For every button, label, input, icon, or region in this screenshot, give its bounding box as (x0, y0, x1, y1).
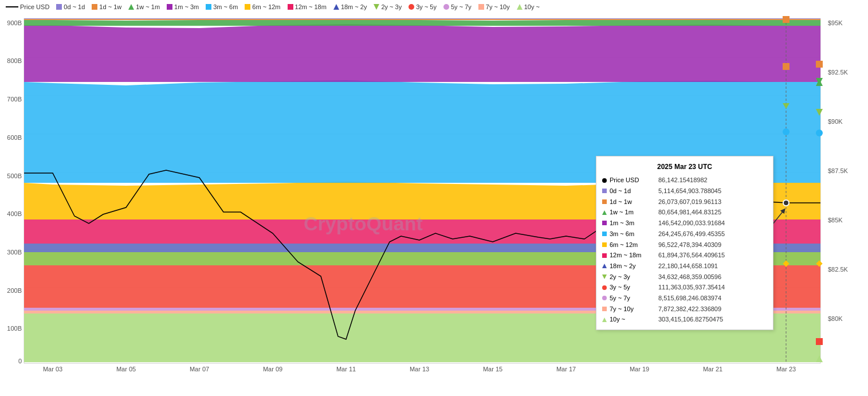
legend-item-1w___1m: 1w ~ 1m (128, 3, 160, 10)
svg-text:$95K: $95K (828, 19, 843, 26)
svg-marker-51 (24, 19, 820, 26)
legend-item-6m___12m: 6m ~ 12m (245, 3, 280, 10)
legend-dot-icon (409, 4, 414, 10)
svg-text:400B: 400B (7, 210, 22, 217)
svg-marker-43 (24, 308, 820, 311)
svg-text:Mar 05: Mar 05 (116, 366, 136, 373)
legend-label: 18m ~ 2y (341, 3, 367, 10)
svg-rect-63 (816, 61, 823, 68)
svg-rect-68 (816, 338, 823, 345)
legend-item-7y___10y: 7y ~ 10y (478, 3, 510, 10)
svg-text:$85K: $85K (828, 217, 843, 224)
legend-item-Price_USD: Price USD (6, 3, 49, 10)
svg-text:$92.5K: $92.5K (828, 69, 849, 76)
svg-rect-60 (783, 63, 790, 70)
svg-text:600B: 600B (7, 134, 22, 141)
legend-item-0d___1d: 0d ~ 1d (56, 3, 85, 10)
svg-text:Mar 15: Mar 15 (483, 366, 502, 373)
svg-text:$90K: $90K (828, 118, 843, 125)
legend-item-3m___6m: 3m ~ 6m (206, 3, 238, 10)
legend-triangle-up-icon (517, 4, 523, 10)
svg-text:Mar 21: Mar 21 (703, 366, 722, 373)
legend-square-icon (478, 4, 484, 10)
legend-item-5y___7y: 5y ~ 7y (443, 3, 472, 10)
legend-square-icon (92, 4, 97, 10)
svg-text:0: 0 (18, 358, 22, 364)
legend-label: 0d ~ 1d (64, 3, 85, 10)
svg-text:Mar 03: Mar 03 (43, 366, 62, 373)
svg-text:700B: 700B (7, 96, 22, 103)
legend-label: 1m ~ 3m (174, 3, 199, 10)
legend-item-1m___3m: 1m ~ 3m (167, 3, 199, 10)
legend-item-18m___2y: 18m ~ 2y (333, 3, 367, 10)
legend-label: 6m ~ 12m (252, 3, 280, 10)
svg-text:300B: 300B (7, 249, 22, 256)
legend-square-icon (167, 4, 172, 10)
svg-text:Mar 11: Mar 11 (336, 366, 356, 373)
chart-legend: Price USD0d ~ 1d1d ~ 1w1w ~ 1m1m ~ 3m3m … (0, 0, 868, 13)
legend-line-icon (6, 6, 18, 7)
legend-triangle-up-icon (128, 4, 134, 10)
svg-marker-45 (24, 252, 820, 265)
svg-marker-44 (24, 265, 820, 308)
legend-triangle-up-icon (333, 4, 339, 10)
svg-text:Mar 07: Mar 07 (190, 366, 209, 373)
svg-text:$80K: $80K (828, 315, 843, 322)
svg-marker-42 (24, 311, 820, 313)
svg-text:Mar 09: Mar 09 (263, 366, 282, 373)
legend-square-icon (56, 4, 62, 10)
svg-marker-41 (24, 313, 820, 363)
legend-label: 2y ~ 3y (381, 3, 402, 10)
svg-text:900B: 900B (7, 19, 22, 26)
legend-item-10y__: 10y ~ (517, 3, 540, 10)
svg-text:Mar 19: Mar 19 (630, 366, 649, 373)
svg-text:$82.5K: $82.5K (828, 266, 849, 273)
svg-text:Mar 13: Mar 13 (410, 366, 429, 373)
legend-label: 7y ~ 10y (486, 3, 510, 10)
legend-square-icon (206, 4, 211, 10)
legend-item-2y___3y: 2y ~ 3y (374, 3, 402, 10)
svg-text:100B: 100B (7, 325, 22, 332)
legend-label: 1w ~ 1m (136, 3, 160, 10)
svg-marker-50 (24, 24, 820, 82)
legend-label: Price USD (20, 3, 49, 10)
svg-point-58 (783, 128, 790, 135)
svg-marker-52 (24, 19, 820, 20)
svg-text:Mar 23: Mar 23 (776, 366, 796, 373)
svg-text:$87.5K: $87.5K (828, 167, 849, 174)
legend-item-12m___18m: 12m ~ 18m (288, 3, 327, 10)
svg-point-55 (783, 200, 789, 206)
svg-text:500B: 500B (7, 172, 22, 179)
svg-text:800B: 800B (7, 57, 22, 64)
legend-label: 1d ~ 1w (99, 3, 121, 10)
legend-label: 12m ~ 18m (295, 3, 327, 10)
legend-label: 3m ~ 6m (213, 3, 238, 10)
legend-label: 3y ~ 5y (416, 3, 437, 10)
legend-item-1d___1w: 1d ~ 1w (92, 3, 121, 10)
legend-item-3y___5y: 3y ~ 5y (409, 3, 437, 10)
legend-triangle-down-icon (374, 4, 379, 10)
svg-text:200B: 200B (7, 287, 22, 294)
legend-label: 10y ~ (524, 3, 540, 10)
svg-rect-56 (783, 16, 790, 23)
svg-text:Mar 17: Mar 17 (556, 366, 576, 373)
svg-marker-53 (24, 18, 820, 19)
svg-marker-46 (24, 244, 820, 252)
svg-marker-49 (24, 80, 820, 183)
svg-text:CryptoQuant: CryptoQuant (304, 213, 423, 234)
chart-container: Price USD0d ~ 1d1d ~ 1w1w ~ 1m1m ~ 3m3m … (0, 0, 868, 396)
legend-dot-icon (443, 4, 449, 10)
main-chart: 900B 800B 700B 600B 500B 400B 300B 200B … (0, 13, 868, 374)
legend-label: 5y ~ 7y (451, 3, 472, 10)
svg-point-66 (816, 130, 823, 136)
legend-square-icon (245, 4, 250, 10)
legend-square-icon (288, 4, 293, 10)
